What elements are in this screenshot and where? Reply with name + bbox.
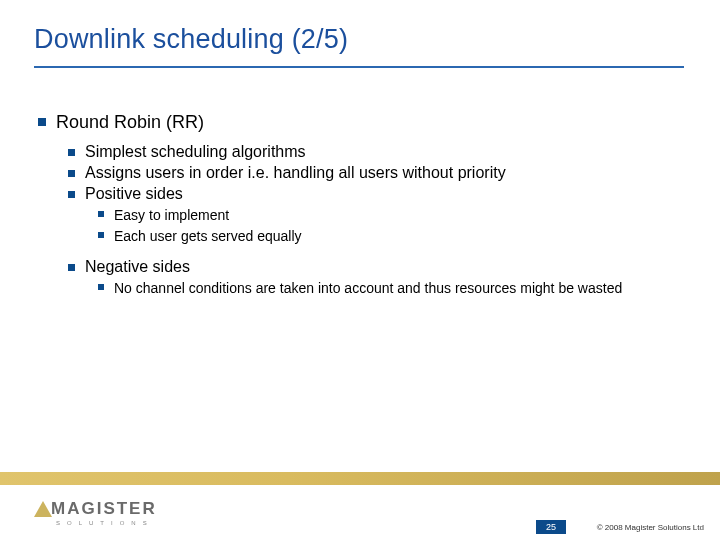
heading-level1: Round Robin (RR): [56, 112, 678, 133]
bullet-icon: [98, 284, 104, 290]
list-item: No channel conditions are taken into acc…: [98, 279, 678, 297]
logo-word: MAGISTER: [51, 499, 157, 519]
title-underline: [34, 66, 684, 68]
bullet-icon: [98, 211, 104, 217]
bullet-icon: [68, 149, 75, 156]
list-item: Each user gets served equally: [98, 227, 678, 245]
list-item: Simplest scheduling algorithms: [68, 143, 678, 161]
bullet-icon: [68, 264, 75, 271]
bullet-icon: [98, 232, 104, 238]
slide-title: Downlink scheduling (2/5): [34, 24, 348, 55]
footer-accent-band: [0, 472, 720, 485]
footer: MAGISTER SOLUTIONS 25 © 2008 Magister So…: [0, 485, 720, 540]
logo-mark: MAGISTER: [34, 499, 157, 519]
slide: Downlink scheduling (2/5) Round Robin (R…: [0, 0, 720, 540]
point-text: Simplest scheduling algorithms: [85, 143, 678, 161]
point-text: Assigns users in order i.e. handling all…: [85, 164, 678, 182]
page-number: 25: [536, 520, 566, 534]
bullet-icon: [38, 118, 46, 126]
point-text: Negative sides: [85, 258, 678, 276]
copyright-text: © 2008 Magister Solutions Ltd: [597, 523, 704, 532]
logo: MAGISTER SOLUTIONS: [34, 499, 157, 526]
content-area: Round Robin (RR) Simplest scheduling alg…: [38, 112, 678, 301]
logo-subtitle: SOLUTIONS: [56, 520, 154, 526]
subpoint-text: Each user gets served equally: [114, 227, 678, 245]
list-item: Negative sides: [68, 258, 678, 276]
list-item: Assigns users in order i.e. handling all…: [68, 164, 678, 182]
bullet-icon: [68, 191, 75, 198]
list-item: Round Robin (RR): [38, 112, 678, 133]
subpoint-text: Easy to implement: [114, 206, 678, 224]
list-item: Easy to implement: [98, 206, 678, 224]
bullet-icon: [68, 170, 75, 177]
subpoint-text: No channel conditions are taken into acc…: [114, 279, 678, 297]
point-text: Positive sides: [85, 185, 678, 203]
triangle-icon: [34, 501, 52, 517]
list-item: Positive sides: [68, 185, 678, 203]
